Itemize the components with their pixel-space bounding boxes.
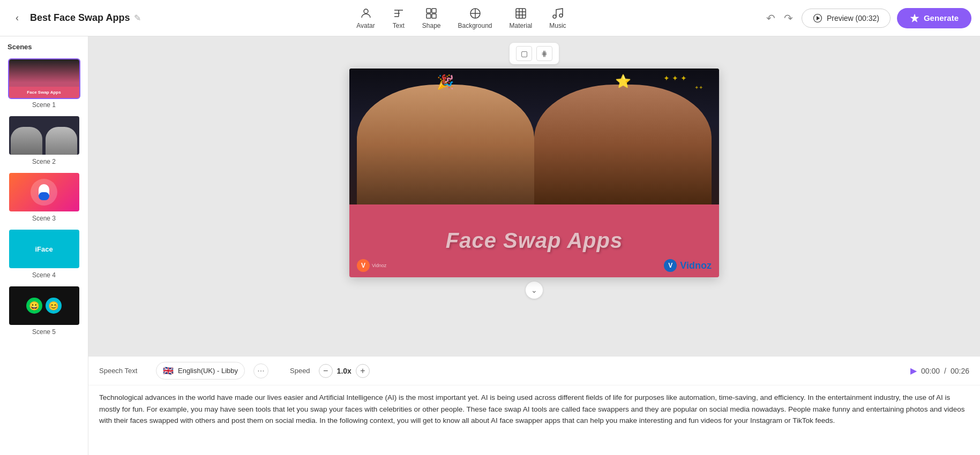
toolbar-item-music[interactable]: Music [549, 7, 566, 29]
vidnoz-v-icon-right: V [664, 259, 677, 272]
flag-icon: 🇬🇧 [163, 366, 174, 376]
bottom-panel: Speech Text 🇬🇧 English(UK) - Libby ··· S… [88, 356, 980, 455]
undo-button[interactable]: ↶ [764, 10, 777, 27]
language-selector[interactable]: 🇬🇧 English(UK) - Libby [156, 362, 245, 380]
time-separator: / [944, 367, 946, 375]
scene5-thumbnail: 😀 😊 [8, 285, 80, 326]
speed-decrease-button[interactable]: − [319, 364, 333, 378]
scene4-label: Scene 4 [32, 271, 56, 279]
toolbar-item-material[interactable]: Material [510, 7, 533, 29]
sidebar-item-scene2[interactable]: Scene 2 [0, 112, 88, 169]
project-title: Best Face Swap Apps [30, 12, 130, 24]
woman-left: 🎉 [357, 85, 534, 204]
vidnoz-logo-right: V Vidnoz [664, 259, 712, 272]
speed-increase-button[interactable]: + [356, 364, 370, 378]
svg-rect-4 [432, 14, 436, 18]
speech-text-area[interactable]: Technological advances in the world have… [88, 385, 980, 455]
main-layout: Scenes Face Swap Apps Scene 1 Scene 2 [0, 36, 980, 455]
undo-redo-group: ↶ ↷ [764, 10, 795, 27]
speed-value: 1.0x [337, 367, 351, 375]
speech-text: Technological advances in the world have… [99, 392, 969, 427]
language-text: English(UK) - Libby [178, 367, 238, 375]
time-current: 00:00 [921, 367, 940, 375]
svg-point-0 [364, 9, 368, 13]
canvas-image-top: ✦ ✦ ✦ ✦✦ 🎉 ⭐ [349, 69, 719, 204]
vidnoz-text-right: Vidnoz [680, 260, 712, 271]
toolbar-item-background[interactable]: Background [458, 7, 492, 29]
text-icon [392, 7, 405, 20]
speed-control: − 1.0x + [319, 364, 370, 378]
sparkle-decoration: ✦ ✦ ✦ [663, 74, 687, 82]
sidebar: Scenes Face Swap Apps Scene 1 Scene 2 [0, 36, 88, 455]
scene4-thumbnail: iFace [8, 229, 80, 269]
sidebar-item-scene4[interactable]: iFace Scene 4 [0, 225, 88, 282]
edit-icon[interactable]: ✎ [134, 13, 141, 23]
svg-point-8 [553, 15, 556, 18]
generate-button[interactable]: Generate [897, 8, 971, 28]
material-icon [514, 7, 527, 20]
scenes-label: Scenes [0, 36, 88, 55]
svg-rect-7 [516, 9, 526, 18]
svg-point-9 [559, 14, 563, 17]
language-options-button[interactable]: ··· [253, 363, 268, 378]
time-total: 00:26 [951, 367, 969, 375]
vidnoz-text-left: Vidnoz [372, 263, 386, 268]
scene3-thumbnail [8, 172, 80, 213]
speech-controls: Speech Text 🇬🇧 English(UK) - Libby ··· S… [88, 357, 980, 385]
avatar-icon [360, 7, 372, 20]
scene1-thumbnail: Face Swap Apps [8, 58, 80, 99]
sidebar-item-scene1[interactable]: Face Swap Apps Scene 1 [0, 55, 88, 112]
play-icon: ▶ [910, 366, 917, 376]
woman-right: ⭐ [534, 85, 712, 204]
preview-button[interactable]: Preview (00:32) [802, 9, 891, 28]
back-button[interactable]: ‹ [9, 10, 26, 27]
canvas-layout-button[interactable]: ⋕ [536, 46, 552, 61]
toolbar-left: ‹ Best Face Swap Apps ✎ [9, 10, 159, 27]
preview-icon [813, 13, 822, 23]
toolbar-item-shape[interactable]: Shape [422, 7, 441, 29]
main-canvas: ✦ ✦ ✦ ✦✦ 🎉 ⭐ Face Swap [349, 69, 719, 277]
sparkle-small: ✦✦ [694, 85, 703, 90]
music-icon [551, 7, 564, 20]
toolbar-item-avatar[interactable]: Avatar [356, 7, 375, 29]
toolbar-center: Avatar Text Shape Background [159, 7, 764, 29]
speed-label: Speed [290, 367, 310, 375]
scene1-label: Scene 1 [32, 101, 56, 109]
vidnoz-v-icon-left: V [357, 259, 370, 272]
content-area: ▢ ⋕ ✦ ✦ ✦ ✦✦ 🎉 [88, 36, 980, 455]
scene2-label: Scene 2 [32, 158, 56, 165]
generate-icon [910, 13, 919, 23]
background-icon [469, 7, 482, 20]
canvas-area: ▢ ⋕ ✦ ✦ ✦ ✦✦ 🎉 [88, 36, 980, 356]
speech-text-label: Speech Text [99, 367, 147, 375]
scene3-label: Scene 3 [32, 215, 56, 222]
hat-left-icon: 🎉 [437, 74, 454, 90]
sidebar-item-scene5[interactable]: 😀 😊 Scene 5 [0, 282, 88, 339]
svg-rect-2 [432, 9, 436, 13]
scene5-label: Scene 5 [32, 328, 56, 336]
toolbar-item-text[interactable]: Text [392, 7, 405, 29]
canvas-image-bottom: Face Swap Apps V Vidnoz V Vidnoz [349, 204, 719, 278]
time-display: ▶ 00:00 / 00:26 [910, 366, 969, 376]
scene2-thumbnail [8, 115, 80, 156]
toolbar-right: ↶ ↷ Preview (00:32) Generate [764, 8, 971, 28]
canvas-resize-button[interactable]: ▢ [516, 46, 532, 61]
hat-right-icon: ⭐ [615, 74, 631, 89]
canvas-toolbar: ▢ ⋕ [510, 43, 559, 64]
expand-button[interactable]: ⌄ [526, 282, 543, 299]
svg-rect-3 [427, 14, 431, 18]
toolbar: ‹ Best Face Swap Apps ✎ Avatar Text Shap… [0, 0, 980, 36]
shape-icon [425, 7, 438, 20]
vidnoz-logo-left: V Vidnoz [357, 259, 386, 272]
svg-rect-1 [427, 9, 431, 13]
svg-marker-11 [817, 17, 819, 20]
sidebar-item-scene3[interactable]: Scene 3 [0, 169, 88, 225]
redo-button[interactable]: ↷ [782, 10, 795, 27]
